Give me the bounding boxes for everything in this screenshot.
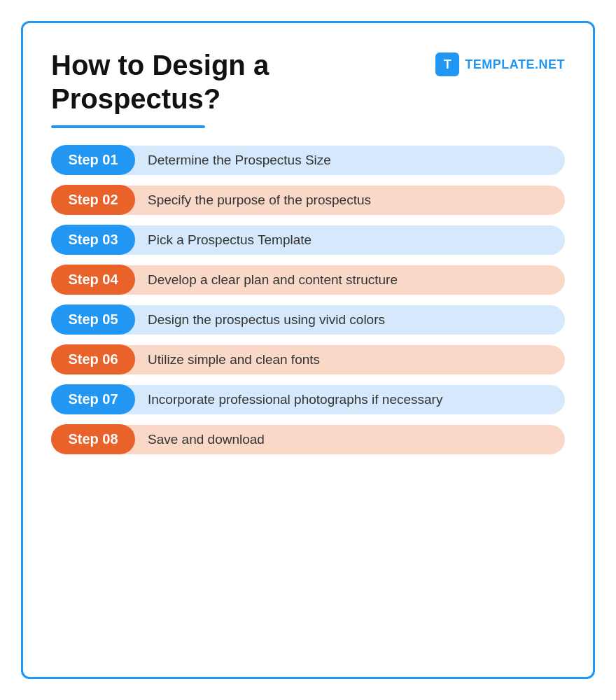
logo-icon: T — [435, 52, 459, 76]
logo-tld: .NET — [535, 57, 565, 71]
step-badge-5: Step 05 — [51, 304, 135, 335]
main-card: How to Design a Prospectus? T TEMPLATE.N… — [21, 21, 595, 679]
step-row-8: Step 08Save and download — [51, 424, 565, 454]
step-row-7: Step 07Incorporate professional photogra… — [51, 384, 565, 414]
step-badge-8: Step 08 — [51, 424, 135, 454]
step-content-1: Determine the Prospectus Size — [122, 146, 565, 175]
step-content-2: Specify the purpose of the prospectus — [122, 186, 565, 215]
step-badge-3: Step 03 — [51, 225, 135, 255]
steps-list: Step 01Determine the Prospectus SizeStep… — [51, 145, 565, 454]
logo: T TEMPLATE.NET — [435, 52, 565, 76]
header: How to Design a Prospectus? T TEMPLATE.N… — [51, 48, 565, 115]
step-content-4: Develop a clear plan and content structu… — [122, 265, 565, 295]
step-content-6: Utilize simple and clean fonts — [122, 345, 565, 374]
step-row-6: Step 06Utilize simple and clean fonts — [51, 344, 565, 374]
step-row-5: Step 05Design the prospectus using vivid… — [51, 304, 565, 335]
step-content-8: Save and download — [122, 425, 565, 454]
step-row-4: Step 04Develop a clear plan and content … — [51, 265, 565, 295]
step-row-1: Step 01Determine the Prospectus Size — [51, 145, 565, 175]
step-content-5: Design the prospectus using vivid colors — [122, 305, 565, 335]
step-badge-6: Step 06 — [51, 344, 135, 374]
step-content-7: Incorporate professional photographs if … — [122, 385, 565, 414]
step-row-3: Step 03Pick a Prospectus Template — [51, 225, 565, 255]
step-badge-1: Step 01 — [51, 145, 135, 175]
step-badge-2: Step 02 — [51, 185, 135, 215]
page-title: How to Design a Prospectus? — [51, 48, 269, 115]
step-badge-4: Step 04 — [51, 265, 135, 295]
title-divider — [51, 125, 205, 128]
step-content-3: Pick a Prospectus Template — [122, 225, 565, 255]
step-badge-7: Step 07 — [51, 384, 135, 414]
logo-text: TEMPLATE.NET — [465, 57, 565, 72]
step-row-2: Step 02Specify the purpose of the prospe… — [51, 185, 565, 215]
